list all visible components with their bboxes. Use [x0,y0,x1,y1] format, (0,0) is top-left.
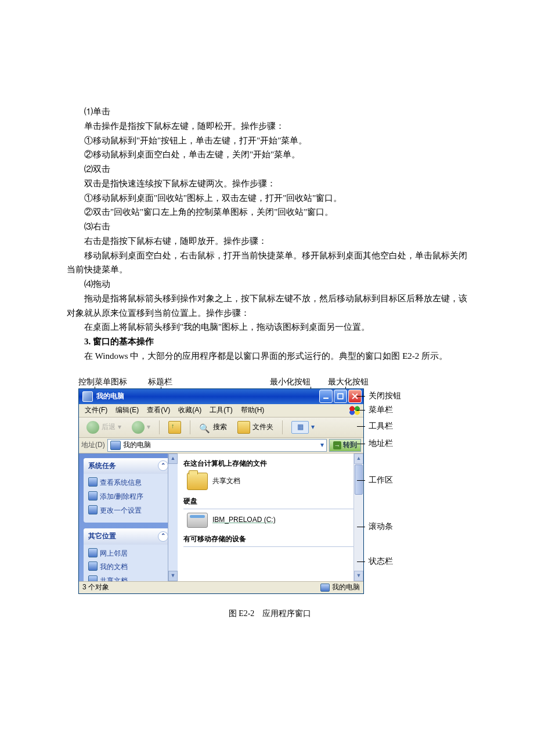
folder-up-icon [168,421,181,434]
place-link[interactable]: 共享文档 [88,574,168,581]
item-disk-c[interactable]: IBM_PRELOAD (C:) [187,513,361,528]
folder-icon [187,473,208,490]
menubar: 文件(F) 编辑(E) 查看(V) 收藏(A) 工具(T) 帮助(H) [79,404,363,417]
scroll-track[interactable] [168,464,178,571]
menu-view[interactable]: 查看(V) [143,404,174,417]
para-15: 在 Windows 中，大部分的应用程序都是以窗口界面的形式运行的。典型的窗口如… [67,349,467,363]
task-link[interactable]: 更改一个设置 [88,504,168,518]
label-titlebar: 标题栏 [148,377,172,386]
computer-icon [320,584,330,592]
control-menu-icon[interactable] [82,391,93,402]
para-12: ⑷拖动 [67,277,467,291]
section-files: 在这台计算机上存储的文件 [183,458,361,470]
dropdown-icon[interactable]: ▾ [320,440,324,451]
go-button[interactable]: 转到 [329,439,361,452]
collapse-icon[interactable]: ⌃ [158,531,168,542]
panel-title: 系统任务 [88,460,116,472]
para-5: ⑵双击 [67,162,467,177]
para-14: 在桌面上将鼠标箭头移到"我的电脑"图标上，拖动该图标到桌面另一位置。 [67,320,467,334]
place-link[interactable]: 我的文档 [88,560,168,574]
label-addrbar: 地址栏 [364,436,422,451]
titlebar[interactable]: 我的电脑 [79,389,363,404]
menu-edit[interactable]: 编辑(E) [112,404,142,417]
client-area: 系统任务 ⌃ 查看系统信息 添加/删除程序 更改一个设置 其它位置 [79,453,363,581]
maximize-button[interactable] [334,390,347,403]
views-icon [291,421,309,434]
panel-other-places: 其它位置 ⌃ 网上邻居 我的文档 共享文档 控制面板 [84,528,173,581]
go-label: 转到 [343,440,357,451]
para-7: ①移动鼠标到桌面"回收站"图标上，双击左键，打开"回收站"窗口。 [67,191,467,206]
label-close-btn: 关闭按钮 [364,388,422,404]
address-label: 地址(D) [81,440,105,451]
separator [282,420,283,434]
scroll-up-icon[interactable]: ▲ [354,453,363,464]
dropdown-icon: ▾ [147,422,150,433]
item-label: 共享文档 [212,476,240,487]
task-link[interactable]: 查看系统信息 [88,476,168,490]
close-button[interactable] [348,390,362,403]
label-toolbar: 工具栏 [364,416,422,436]
dropdown-icon: ▾ [311,422,315,433]
windows-flag-icon [348,406,361,415]
status-bar: 3 个对象 我的电脑 [79,581,363,593]
menu-favorites[interactable]: 收藏(A) [175,404,205,417]
content-area: 在这台计算机上存储的文件 共享文档 硬盘 IBM_PRELOAD (C:) 有可… [178,453,363,581]
folders-label: 文件夹 [252,422,273,433]
label-ctrl-icon: 控制菜单图标 [78,377,127,386]
scroll-up-icon[interactable]: ▲ [168,453,178,464]
computer-icon [110,441,121,450]
para-11: 移动鼠标到桌面空白处，右击鼠标，打开当前快捷菜单。移开鼠标到桌面其他空白处，单击… [67,249,467,278]
back-button[interactable]: 后退 ▾ [82,419,125,435]
folders-icon [237,421,250,434]
para-1: ⑴单击 [67,105,467,119]
document-page: ⑴单击 单击操作是指按下鼠标左键，随即松开。操作步骤： ①移动鼠标到"开始"按钮… [0,0,534,655]
content-scrollbar[interactable]: ▲ ▼ [353,453,363,581]
menu-help[interactable]: 帮助(H) [237,404,268,417]
section-disks: 硬盘 [183,496,361,509]
para-13: 拖动是指将鼠标箭头移到操作对象之上，按下鼠标左键不放，然后移动鼠标到目标区后释放… [67,291,467,321]
address-bar: 地址(D) 我的电脑 ▾ 转到 [79,438,363,453]
address-field[interactable]: 我的电脑 ▾ [107,439,327,452]
scroll-down-icon[interactable]: ▼ [168,571,178,581]
menu-tools[interactable]: 工具(T) [206,404,236,417]
up-button[interactable] [164,419,185,435]
window-title: 我的电脑 [96,391,318,402]
dropdown-icon: ▾ [118,422,121,433]
folders-button[interactable]: 文件夹 [233,419,277,435]
item-label: IBM_PRELOAD (C:) [212,514,276,526]
scroll-down-icon[interactable]: ▼ [354,571,363,581]
status-right: 我的电脑 [332,582,360,593]
search-label: 搜索 [213,422,227,433]
minimize-button[interactable] [319,390,333,403]
separator [190,420,190,434]
section-removable: 有可移动存储的设备 [183,534,361,547]
address-value: 我的电脑 [123,440,151,451]
collapse-icon[interactable]: ⌃ [158,460,168,471]
label-statusbar: 状态栏 [364,544,422,579]
label-max-btn: 最大化按钮 [328,377,369,386]
para-10: 右击是指按下鼠标右键，随即放开。操作步骤： [67,234,467,249]
svg-rect-1 [338,394,343,399]
toolbar: 后退 ▾ ▾ 搜索 文件夹 [79,417,363,438]
place-link[interactable]: 网上邻居 [88,547,168,561]
para-3: ①移动鼠标到"开始"按钮上，单击左键，打开"开始"菜单。 [67,134,467,148]
label-workspace: 工作区 [364,451,422,509]
menu-file[interactable]: 文件(F) [81,404,111,417]
sidepane-scrollbar[interactable]: ▲ ▼ [168,453,178,581]
para-4: ②移动鼠标到桌面空白处，单击左键，关闭"开始"菜单。 [67,147,467,162]
app-window: 我的电脑 文件(F) 编辑(E) 查看(V) 收藏(A) [78,388,364,594]
side-pane: 系统任务 ⌃ 查看系统信息 添加/删除程序 更改一个设置 其它位置 [79,453,178,581]
status-left: 3 个对象 [82,582,109,593]
views-button[interactable]: ▾ [287,419,319,435]
forward-button[interactable]: ▾ [128,419,154,435]
search-button[interactable]: 搜索 [195,419,231,435]
figure-e2-2: 控制菜单图标 标题栏 最小化按钮 最大化按钮 我的电脑 [67,375,473,620]
item-shared-docs[interactable]: 共享文档 [187,473,361,490]
scroll-track[interactable] [354,495,363,571]
scroll-thumb[interactable] [355,465,363,495]
label-scrollbar: 滚动条 [364,509,422,544]
disk-icon [187,513,208,528]
separator [159,420,160,434]
task-link[interactable]: 添加/删除程序 [88,490,168,504]
label-menubar: 菜单栏 [364,404,422,416]
